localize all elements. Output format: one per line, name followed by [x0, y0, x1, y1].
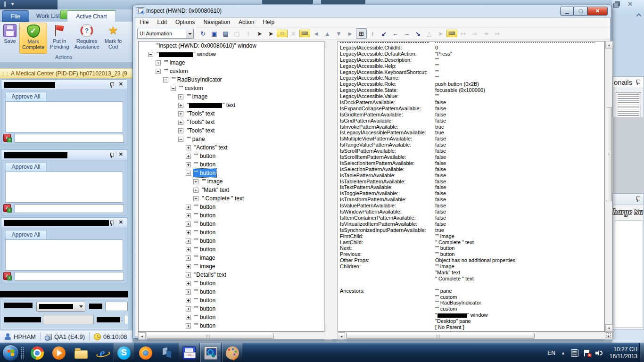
expander-icon[interactable] — [178, 94, 183, 99]
tree-node[interactable]: "" button — [139, 152, 324, 160]
taskbar-paint-button[interactable] — [222, 343, 243, 362]
tree-node[interactable]: "" image — [139, 58, 324, 67]
tree-node[interactable]: "Mark" text — [139, 186, 324, 194]
expander-icon[interactable] — [193, 196, 198, 201]
properties-vertical-scrollbar[interactable]: ▲ ≡ ▼ — [605, 41, 612, 332]
tree-node-label[interactable]: "" image — [193, 254, 216, 262]
tree-node-label[interactable]: "" button — [193, 304, 216, 313]
tree-node[interactable]: "" button — [139, 228, 324, 237]
expander-icon[interactable] — [178, 128, 183, 133]
expander-icon[interactable] — [178, 120, 183, 125]
tree-node-label[interactable]: "" button — [193, 160, 216, 169]
tree-node-label[interactable]: "Details" text — [193, 271, 227, 279]
tab-active-chart[interactable]: Active Chart — [67, 10, 116, 22]
tree-node-label[interactable]: "" custom — [178, 84, 204, 92]
tree-node-label[interactable]: "" button — [193, 313, 216, 321]
tree-node-label[interactable]: "" custom — [163, 67, 189, 75]
close-icon[interactable]: ✕ — [119, 219, 123, 225]
tree-node[interactable]: "" button — [139, 160, 324, 169]
tree-node-label[interactable]: "Mark" text — [201, 186, 230, 194]
expander-icon[interactable] — [186, 154, 191, 159]
push-pin-icon[interactable] — [109, 152, 115, 158]
scroll-left-icon[interactable]: ◄ — [138, 332, 146, 340]
expander-icon[interactable] — [186, 323, 191, 329]
add-item-icon[interactable] — [3, 204, 12, 213]
start-button[interactable] — [2, 345, 19, 361]
scroll-left-icon[interactable]: ◄ — [338, 332, 345, 340]
quick-access-toolbar-icon[interactable]: ∥ — [4, 1, 7, 7]
parent-element-icon[interactable]: ↑ — [367, 28, 378, 39]
tree-node[interactable]: "" button — [139, 245, 324, 254]
expander-icon[interactable] — [156, 69, 161, 74]
tree-node[interactable]: "Details" text — [139, 271, 324, 279]
taskbar-blueapp-button[interactable] — [157, 343, 178, 362]
pane-splitter[interactable] — [325, 41, 338, 339]
push-pin-icon[interactable] — [636, 79, 641, 85]
action-center-icon[interactable]: ✕ — [583, 349, 591, 357]
close-icon[interactable]: ✕ — [119, 151, 123, 157]
expander-icon[interactable] — [178, 111, 183, 116]
tree-node[interactable]: "" image — [139, 92, 324, 101]
tree-node[interactable]: "Tools" text — [139, 118, 324, 126]
menu-options[interactable]: Options — [171, 17, 199, 27]
save-button[interactable]: Save — [1, 23, 19, 54]
scroll-down-icon[interactable]: ▼ — [605, 324, 613, 332]
mark-fo-cod-button[interactable]: ★Mark foCod — [102, 23, 124, 54]
tree-node-label[interactable]: "" window — [156, 50, 217, 58]
panel-text-input[interactable] — [15, 204, 124, 213]
tree-node[interactable]: "Tools" text — [139, 126, 324, 135]
tree-node-label[interactable]: "" button — [193, 245, 216, 254]
expander-icon[interactable] — [186, 222, 191, 227]
panel-content-box[interactable] — [5, 239, 123, 271]
properties-icon[interactable]: ▤ — [220, 28, 231, 39]
first-child-icon[interactable]: ↙ — [379, 28, 389, 39]
tree-node-label[interactable]: "" button — [193, 203, 216, 211]
tree-node[interactable]: "" button — [139, 321, 324, 330]
scrollbar-thumb[interactable]: ||| — [147, 333, 274, 339]
nav-right-icon[interactable]: ► — [345, 28, 355, 39]
hover-cursor-icon[interactable]: ➤ — [265, 28, 276, 39]
tree-node[interactable]: "Inspect (HWND: 0x00080610)" window — [139, 41, 324, 50]
tree-node[interactable]: "" button — [139, 237, 324, 245]
nav-up-icon[interactable]: ▲ — [322, 28, 333, 39]
tray-app-icon[interactable] — [571, 349, 578, 357]
expander-icon[interactable] — [186, 213, 191, 218]
drag-grip-icon[interactable]: ⋮⋮ — [1, 71, 9, 76]
volume-icon[interactable] — [595, 349, 603, 357]
add-item-icon[interactable] — [3, 272, 12, 280]
tree-node[interactable]: "" button — [139, 288, 324, 296]
tab-work-list[interactable]: Work List — [31, 10, 65, 22]
close-button[interactable]: ✕ — [587, 7, 608, 16]
tree-node[interactable]: "" image — [139, 177, 324, 186]
focus-keyboard-icon[interactable]: ⌨ — [446, 30, 457, 37]
tree-view-toggle-icon[interactable]: ⊞ — [356, 28, 367, 39]
expander-icon[interactable] — [186, 239, 191, 244]
expander-icon[interactable] — [186, 255, 191, 261]
dock-panel-header[interactable]: ✕ — [1, 218, 127, 228]
tree-node[interactable]: "" button — [139, 220, 324, 228]
tree-node[interactable]: "" button — [139, 279, 324, 288]
inspect-titlebar[interactable]: Inspect (HWND: 0x00080610) ▁ ▢ ✕ — [133, 5, 611, 17]
tree-node-label[interactable]: "" text — [186, 101, 236, 109]
tree-node[interactable]: "" text — [139, 101, 324, 109]
menu-help[interactable]: Help — [258, 17, 279, 27]
tree-node-label[interactable]: "" button — [193, 288, 216, 296]
taskbar-inspect-button[interactable] — [200, 343, 221, 362]
tree-node-label[interactable]: "Tools" text — [186, 118, 215, 126]
combobox-dropdown-icon[interactable] — [186, 29, 193, 38]
tree-node[interactable]: "" button — [139, 313, 324, 321]
tree-node-label[interactable]: "Tools" text — [186, 109, 215, 118]
tree-node[interactable]: "Actions" text — [139, 143, 324, 152]
automation-mode-combobox[interactable]: UI Automation — [137, 29, 194, 39]
panel-content-box[interactable] — [5, 172, 123, 203]
tree-node-label[interactable]: "" RadBusyIndicator — [171, 75, 223, 84]
approve-all-button[interactable]: Approve All — [5, 162, 47, 172]
put-in-pending-button[interactable]: Put inPending — [48, 23, 71, 54]
form-input[interactable] — [105, 302, 128, 311]
form-dropdown[interactable] — [36, 302, 85, 312]
nav-left-icon[interactable]: ◄ — [311, 28, 322, 39]
mark-complete-button[interactable]: ✓MarkComplete — [19, 23, 47, 54]
prev-sibling-icon[interactable]: ← — [390, 28, 401, 39]
tray-expand-icon[interactable]: ▲ — [561, 351, 565, 355]
menu-file[interactable]: File — [135, 17, 153, 27]
